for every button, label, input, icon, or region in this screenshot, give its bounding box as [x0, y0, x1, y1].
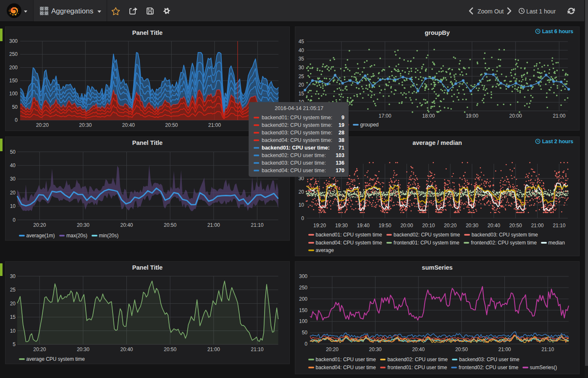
svg-text:21:10: 21:10 [541, 346, 554, 352]
svg-text:20:20: 20:20 [326, 346, 339, 352]
svg-text:150: 150 [9, 78, 18, 84]
svg-text:20:40: 20:40 [120, 222, 133, 228]
svg-text:15: 15 [10, 314, 16, 320]
svg-text:18:00: 18:00 [422, 113, 435, 119]
svg-text:19:30: 19:30 [335, 223, 348, 228]
svg-text:30: 30 [10, 273, 16, 279]
svg-text:21:10: 21:10 [553, 223, 565, 228]
svg-text:150: 150 [299, 307, 307, 313]
svg-text:20:50: 20:50 [455, 346, 468, 352]
svg-text:0: 0 [13, 217, 16, 223]
svg-text:0: 0 [301, 215, 304, 221]
svg-text:19:40: 19:40 [357, 223, 370, 228]
svg-text:15: 15 [299, 91, 304, 97]
svg-text:5: 5 [13, 341, 16, 347]
svg-text:25: 25 [10, 287, 16, 293]
svg-text:10: 10 [10, 328, 16, 334]
svg-text:21:00: 21:00 [207, 222, 220, 228]
svg-text:20:30: 20:30 [369, 346, 381, 352]
svg-text:200: 200 [299, 296, 307, 302]
svg-text:50: 50 [10, 149, 16, 155]
svg-text:20:20: 20:20 [444, 223, 457, 228]
svg-text:20: 20 [10, 190, 16, 196]
svg-text:30: 30 [299, 65, 304, 71]
svg-text:20:20: 20:20 [33, 346, 46, 352]
svg-text:40: 40 [10, 163, 16, 168]
svg-text:20: 20 [299, 82, 304, 88]
svg-text:0: 0 [15, 117, 18, 123]
svg-text:250: 250 [299, 285, 307, 291]
svg-text:20: 20 [10, 301, 16, 307]
svg-text:100: 100 [299, 318, 307, 324]
svg-text:45: 45 [299, 39, 304, 45]
svg-text:30: 30 [10, 176, 16, 182]
svg-text:20:50: 20:50 [164, 222, 176, 228]
svg-text:21:00: 21:00 [208, 122, 221, 128]
svg-text:20:20: 20:20 [33, 222, 46, 228]
svg-text:25: 25 [299, 74, 304, 79]
svg-text:20:30: 20:30 [466, 223, 478, 228]
svg-text:21:00: 21:00 [553, 113, 565, 119]
svg-text:20:40: 20:40 [488, 223, 500, 228]
svg-text:20:00: 20:00 [400, 223, 413, 228]
svg-text:200: 200 [9, 65, 18, 71]
svg-text:250: 250 [9, 51, 18, 57]
svg-text:300: 300 [299, 273, 307, 279]
svg-text:19:20: 19:20 [313, 223, 326, 228]
svg-text:300: 300 [9, 38, 18, 44]
svg-text:21:00: 21:00 [498, 346, 511, 352]
svg-text:40: 40 [299, 47, 304, 53]
svg-text:10: 10 [10, 203, 16, 209]
svg-text:100: 100 [9, 91, 18, 97]
svg-text:17:00: 17:00 [379, 113, 391, 119]
svg-text:19:00: 19:00 [466, 113, 478, 119]
svg-text:20:10: 20:10 [422, 223, 435, 228]
svg-text:21:00: 21:00 [207, 346, 220, 352]
svg-text:0: 0 [304, 341, 307, 347]
svg-text:20:50: 20:50 [164, 346, 176, 352]
svg-text:20: 20 [299, 189, 304, 195]
svg-text:20:30: 20:30 [79, 122, 92, 128]
svg-text:20:50: 20:50 [509, 223, 522, 228]
svg-text:35: 35 [299, 56, 304, 62]
svg-text:20:40: 20:40 [412, 346, 425, 352]
svg-text:20:00: 20:00 [509, 113, 522, 119]
svg-text:21:00: 21:00 [531, 223, 543, 228]
svg-text:20:30: 20:30 [77, 222, 89, 228]
svg-text:20:30: 20:30 [77, 346, 89, 352]
svg-text:20:20: 20:20 [36, 122, 49, 128]
svg-text:50: 50 [12, 104, 18, 110]
svg-text:50: 50 [302, 330, 308, 336]
svg-text:20:50: 20:50 [165, 122, 178, 128]
svg-text:20:40: 20:40 [122, 122, 135, 128]
svg-text:21:10: 21:10 [251, 346, 263, 352]
svg-text:21:10: 21:10 [251, 222, 263, 228]
svg-text:19:50: 19:50 [379, 223, 391, 228]
svg-text:10: 10 [299, 202, 304, 208]
svg-text:20:40: 20:40 [120, 346, 133, 352]
